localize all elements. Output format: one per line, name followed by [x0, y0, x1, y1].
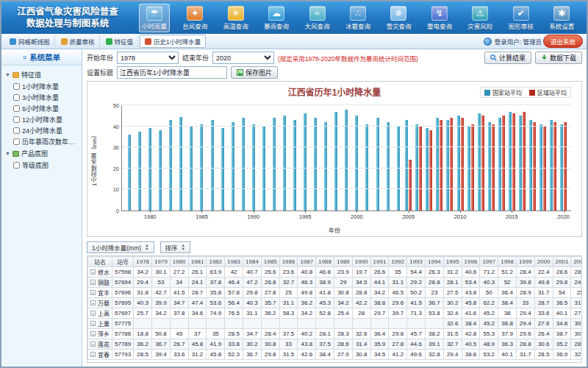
expand-icon[interactable]: + — [90, 331, 96, 336]
toolbar-item-0[interactable]: ☂小时雨量 — [139, 4, 170, 32]
bar-national-1999 — [345, 110, 348, 210]
value-cell: 40.7 — [243, 267, 262, 277]
sidebar-item-0-1[interactable]: 3小时降水量 — [4, 92, 79, 103]
table-row[interactable]: +上栗5777532.638.445.236.829.427.634.830.2… — [88, 319, 583, 329]
sidebar-item-0-0[interactable]: 1小时降水量 — [4, 81, 79, 92]
checkbox-0-4[interactable] — [13, 127, 20, 134]
tree-group-0[interactable]: ▼特征值 — [4, 68, 79, 81]
value-cell: 40.5 — [462, 339, 480, 350]
value-cell: 45.8 — [207, 350, 225, 360]
value-cell: 44.1 — [370, 277, 389, 288]
value-cell: 32.8 — [426, 350, 444, 360]
tree-item-label: 3小时降水量 — [22, 93, 59, 102]
checkbox-1-0[interactable] — [13, 162, 20, 169]
checkbox-0-0[interactable] — [13, 83, 20, 90]
value-cell: 41.8 — [316, 288, 334, 298]
station-id-cell: 57598 — [112, 267, 134, 277]
value-cell: 47.2 — [243, 277, 262, 288]
sidebar-item-0-4[interactable]: 24小时降水量 — [4, 125, 79, 136]
calculate-button[interactable]: 计算结果 — [484, 52, 531, 64]
logout-button[interactable]: 退出系统 — [543, 35, 583, 48]
value-cell: 29.6 — [389, 298, 407, 308]
station-name-cell: +上高 — [88, 308, 112, 319]
save-image-button[interactable]: 保存图片 — [231, 66, 278, 79]
value-cell: 26.1 — [188, 267, 207, 277]
value-cell: 34.8 — [553, 319, 571, 329]
bar-group-1999 — [341, 105, 351, 210]
expand-icon[interactable]: + — [90, 290, 96, 295]
toolbar-item-3[interactable]: ☁暴雨查询 — [261, 4, 292, 32]
toolbar-item-8[interactable]: ⚠灾害风险 — [465, 4, 495, 32]
toolbar-item-10[interactable]: ✱系统设置 — [546, 4, 577, 32]
tree-group-1[interactable]: ▼产品底图 — [4, 147, 79, 160]
station-table-container[interactable]: 站名站号197819791980198119821983198419851986… — [87, 255, 582, 363]
chevron-down-icon: ▼ — [5, 72, 10, 77]
value-cell: 37 — [188, 329, 207, 339]
expand-icon[interactable]: + — [90, 269, 96, 275]
toolbar-item-4[interactable]: ≈大风查询 — [302, 4, 333, 32]
table-row[interactable]: +宜春5779328.539.433.631.245.852.336.729.8… — [88, 350, 583, 360]
station-id-cell: 57696 — [112, 288, 134, 298]
end-year-select[interactable]: 2020 — [212, 52, 274, 64]
value-cell: 31.1 — [389, 277, 407, 288]
chart-title-input[interactable] — [117, 66, 227, 79]
sort-dropdown[interactable]: 排序 ▲▼ — [160, 241, 190, 253]
toolbar-item-label: 台风查询 — [182, 21, 207, 30]
checkbox-0-2[interactable] — [13, 105, 20, 112]
expand-icon[interactable]: + — [90, 352, 96, 357]
table-row[interactable]: +修水5759834.230.127.226.163.94240.726.623… — [88, 267, 583, 277]
toolbar-item-2[interactable]: ☀高温查询 — [220, 4, 251, 32]
tab-2[interactable]: 特征值 — [101, 35, 139, 47]
bar-national-2014 — [498, 118, 501, 210]
value-cell: 29.8 — [389, 329, 407, 339]
value-cell: 26.8 — [261, 277, 279, 288]
toolbar-item-5[interactable]: ∴冰雹查询 — [343, 4, 373, 32]
tab-1[interactable]: 质量审核 — [57, 35, 100, 47]
bar-national-1980 — [148, 128, 151, 210]
table-row[interactable]: +莲花5778936.236.726.745.841.933.830.230.8… — [88, 339, 583, 350]
expand-icon[interactable]: + — [90, 342, 96, 347]
bar-group-1989 — [238, 105, 248, 210]
toolbar-item-6[interactable]: ❄雪灾查询 — [383, 4, 414, 32]
value-cell: 32.7 — [443, 339, 462, 350]
value-cell: 38 — [498, 308, 517, 319]
y-tick-label: 0 — [116, 208, 119, 214]
sidebar-item-1-0[interactable]: 等级底图 — [4, 160, 79, 171]
expand-icon[interactable]: + — [90, 280, 96, 285]
bar-group-1980: 1980 — [145, 105, 155, 210]
value-cell: 36.2 — [134, 339, 152, 350]
tab-3[interactable]: 历史1小时降水量 — [140, 35, 206, 48]
checkbox-0-5[interactable] — [13, 138, 20, 145]
table-row[interactable]: +萍乡5778618.850.845373528.534.728.437.540… — [88, 329, 583, 339]
bar-national-2010 — [457, 116, 460, 210]
value-type-dropdown[interactable]: 1小时降水量(mm) ▲▼ — [87, 241, 154, 253]
sidebar-item-0-5[interactable]: 历年暴雨次数年平均分布 — [4, 136, 79, 147]
table-row[interactable]: +宜丰5769631.842.741.528.735.857.829.827.8… — [88, 288, 583, 298]
sidebar-item-0-3[interactable]: 12小时降水量 — [4, 114, 79, 125]
start-year-select[interactable]: 1978 — [117, 52, 179, 64]
checkbox-0-1[interactable] — [13, 94, 20, 101]
value-cell: 31.1 — [243, 308, 262, 319]
legend-swatch-icon — [484, 90, 490, 96]
toolbar-item-7[interactable]: ↯雷电查询 — [424, 4, 455, 32]
value-cell: 36.5 — [553, 298, 571, 308]
expand-icon[interactable]: + — [90, 321, 96, 326]
checkbox-0-3[interactable] — [13, 116, 20, 123]
value-cell: 45.8 — [188, 339, 207, 350]
download-button[interactable]: 数据下载 — [535, 52, 582, 64]
calculate-button-label: 计算结果 — [499, 53, 526, 63]
toolbar-item-1[interactable]: ✦台风查询 — [179, 4, 210, 32]
col-header-year: 2001 — [553, 257, 571, 267]
table-row[interactable]: +万载5769540.339.934.747.453.656.440.335.7… — [88, 298, 583, 308]
sidebar-item-0-2[interactable]: 6小时降水量 — [4, 103, 79, 114]
value-cell: 34.2 — [152, 308, 171, 319]
toolbar-item-9[interactable]: ✔图形审核 — [506, 4, 537, 32]
table-row[interactable]: +上高5769725.734.237.834.674.976.531.136.2… — [88, 308, 583, 319]
expand-icon[interactable]: + — [90, 311, 96, 316]
value-cell: 40.3 — [480, 277, 498, 288]
table-row[interactable]: +铜鼓5769429.4533424.137.846.447.226.832.7… — [88, 277, 583, 288]
value-cell: 53.2 — [480, 350, 498, 360]
expand-icon[interactable]: + — [90, 300, 96, 305]
tab-0[interactable]: 网格断线图 — [5, 35, 55, 47]
value-cell: 26.4 — [534, 329, 553, 339]
